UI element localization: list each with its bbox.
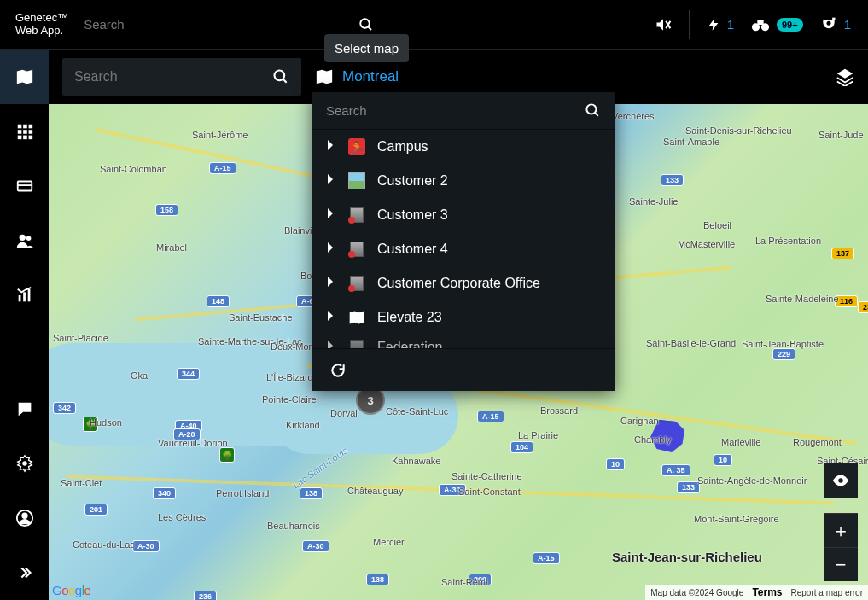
map-label: La Présentation — [755, 236, 821, 246]
sidebar-account[interactable] — [0, 491, 49, 545]
map-label: Saint-Clet — [61, 478, 102, 488]
dropdown-item-customer3[interactable]: Customer 3 — [312, 198, 615, 232]
highway-badge: 104 — [510, 441, 533, 453]
search-icon[interactable] — [585, 102, 601, 119]
map-breadcrumb[interactable]: Montreal — [315, 67, 399, 86]
highway-badge: 236 — [194, 591, 217, 600]
sidebar-reports[interactable] — [0, 268, 49, 323]
map-label: Saint-Denis-sur-Richelieu — [685, 125, 792, 136]
highway-badge: 138 — [300, 487, 323, 499]
item-label: Customer 2 — [377, 173, 448, 189]
sidebar-settings[interactable] — [0, 436, 49, 491]
dropdown-item-campus[interactable]: 🏃 Campus — [312, 130, 615, 164]
map-label: Dorval — [330, 408, 358, 418]
map-label: Coteau-du-Lac — [73, 539, 135, 550]
layers-icon[interactable] — [836, 67, 854, 86]
area-icon — [348, 275, 365, 292]
select-map-tooltip: Select map — [324, 34, 409, 62]
divider — [689, 10, 690, 39]
highway-badge: 10 — [606, 458, 625, 470]
highway-badge: 344 — [177, 368, 200, 380]
svg-rect-11 — [28, 125, 32, 129]
svg-point-27 — [22, 514, 27, 519]
dropdown-item-customer4[interactable]: Customer 4 — [312, 232, 615, 266]
search-icon[interactable] — [348, 17, 384, 32]
dropdown-search-input[interactable] — [326, 103, 585, 118]
image-icon — [348, 172, 365, 189]
camera-status[interactable]: 1 — [820, 17, 851, 32]
map-search-input[interactable] — [74, 69, 272, 84]
svg-rect-22 — [18, 295, 20, 301]
dropdown-item-elevate[interactable]: Elevate 23 — [312, 300, 615, 335]
map-label: Brossard — [540, 405, 578, 416]
mapdata-text: Map data ©2024 Google — [650, 588, 743, 597]
highway-badge: A-15 — [209, 162, 236, 174]
map-label: Mont-Saint-Grégoire — [694, 514, 779, 524]
terms-link[interactable]: Terms — [752, 586, 782, 598]
camera-dome-icon — [820, 17, 837, 32]
map-label: Saint-Rémi — [441, 577, 487, 587]
highway-badge: 342 — [53, 402, 76, 414]
sidebar-people[interactable] — [0, 213, 49, 268]
svg-line-1 — [368, 26, 371, 30]
svg-line-32 — [595, 113, 598, 116]
sidebar-maps[interactable] — [0, 50, 49, 104]
highway-badge: A-30 — [132, 540, 160, 552]
svg-line-29 — [283, 79, 287, 83]
svg-rect-17 — [28, 136, 32, 140]
svg-point-20 — [19, 235, 25, 241]
map-icon — [315, 67, 334, 86]
map-label: Vaudreuil-Dorion — [158, 438, 228, 448]
map-label: Sainte-Catherine — [451, 471, 522, 481]
svg-rect-23 — [23, 292, 26, 301]
svg-point-28 — [275, 71, 285, 81]
map-label: Saint-Basile-le-Grand — [646, 338, 736, 348]
map-attribution: Map data ©2024 Google Terms Report a map… — [645, 585, 868, 600]
svg-point-0 — [360, 19, 370, 28]
zoom-in-button[interactable]: ＋ — [824, 513, 858, 547]
camera-count: 1 — [844, 17, 851, 32]
dropdown-item-federation[interactable]: Federation — [312, 335, 615, 348]
sidebar-expand[interactable] — [0, 545, 49, 600]
search-icon[interactable] — [272, 68, 289, 85]
sidebar-chat[interactable] — [0, 382, 49, 436]
highway-badge: 138 — [366, 574, 389, 585]
events-status[interactable]: 1 — [707, 16, 734, 33]
dropdown-item-customer2[interactable]: Customer 2 — [312, 164, 615, 198]
highway-badge: A-30 — [302, 540, 329, 552]
map-label: Saint-Eustache — [229, 312, 293, 323]
highway-badge: 133 — [661, 174, 684, 186]
item-label: Customer 4 — [377, 242, 448, 257]
item-label: Campus — [377, 139, 428, 154]
map-label: Hudson — [90, 417, 122, 428]
zoom-out-button[interactable]: − — [824, 547, 858, 581]
map-label: Saint-Jean-sur-Richelieu — [612, 550, 762, 564]
current-map-name: Montreal — [342, 68, 399, 85]
report-link[interactable]: Report a map error — [791, 588, 863, 597]
alarms-status[interactable]: 99+ — [751, 17, 803, 32]
highway-badge: 340 — [153, 487, 176, 499]
chevron-right-icon — [326, 139, 335, 154]
global-search-input[interactable] — [84, 17, 348, 32]
chevron-right-icon — [326, 207, 335, 223]
map-label: Mirabel — [156, 242, 187, 253]
svg-rect-24 — [27, 289, 30, 302]
map-search[interactable] — [62, 58, 301, 96]
dropdown-search[interactable] — [312, 92, 615, 130]
map-label: Sainte-Madeleine — [766, 294, 839, 304]
events-count: 1 — [727, 17, 734, 32]
map-icon — [348, 309, 365, 326]
map-label: Sainte-Angèle-de-Monnoir — [697, 475, 807, 486]
visibility-button[interactable] — [824, 463, 858, 498]
sidebar-tiles[interactable] — [0, 104, 49, 159]
dropdown-item-corporate[interactable]: Customer Corporate Office — [312, 266, 615, 300]
sidebar-card[interactable] — [0, 159, 49, 213]
mute-icon[interactable] — [655, 16, 672, 33]
global-search[interactable] — [84, 10, 348, 38]
lightning-icon — [707, 16, 720, 33]
item-label: Customer 3 — [377, 207, 448, 223]
map-label: McMasterville — [678, 239, 735, 249]
svg-rect-10 — [23, 125, 27, 129]
refresh-icon[interactable] — [329, 362, 347, 379]
chevron-right-icon — [326, 242, 335, 257]
